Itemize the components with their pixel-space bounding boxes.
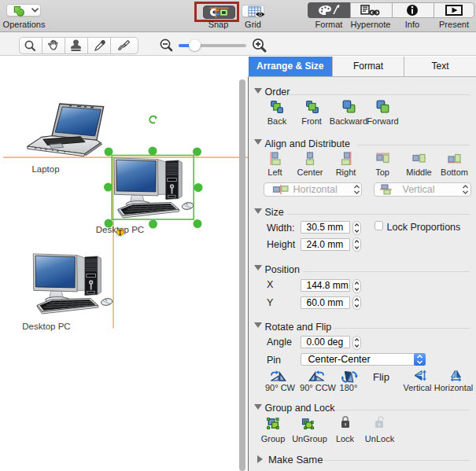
svg-text:Laptop: Laptop [31, 164, 59, 174]
svg-text:Desktop PC: Desktop PC [22, 322, 70, 331]
